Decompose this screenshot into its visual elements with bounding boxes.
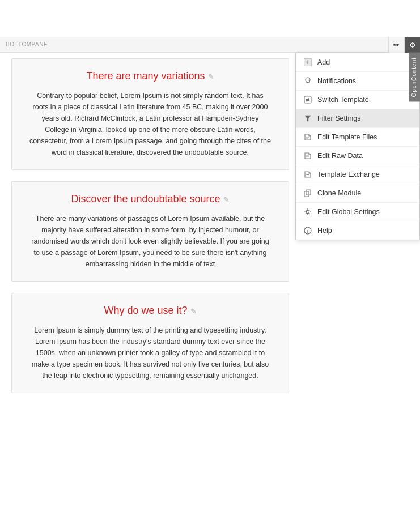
block1-body: Contrary to popular belief, Lorem Ipsum … (29, 90, 271, 158)
edit-file-icon (303, 132, 313, 142)
gear-icon-button[interactable]: ⚙ (404, 37, 420, 53)
menu-item-add-label: Add (317, 58, 413, 66)
menu-item-notifications-label: Notifications (317, 77, 413, 85)
menu-item-edit-global-settings[interactable]: Edit Global Settings (296, 203, 419, 221)
exchange-icon: ⇌ (303, 169, 313, 180)
menu-item-edit-raw-data[interactable]: Edit Raw Data (296, 147, 419, 165)
filter-icon (303, 113, 313, 123)
top-bar-icons: ✏ ⚙ (388, 37, 420, 53)
block3-title: Why do we use it? ✎ (29, 305, 271, 317)
content-block-1: There are many variations ✎ Contrary to … (11, 58, 289, 170)
pencil-icon-button[interactable]: ✏ (388, 37, 404, 53)
block1-edit-icon[interactable]: ✎ (208, 73, 214, 81)
svg-point-2 (306, 78, 310, 82)
add-icon: + (303, 57, 313, 67)
menu-item-edit-template-files-label: Edit Template Files (317, 133, 413, 141)
clone-icon (303, 188, 313, 198)
menu-item-template-exchange[interactable]: ⇌ Template Exchange (296, 165, 419, 184)
svg-marker-7 (305, 116, 311, 121)
menu-item-help-label: Help (317, 227, 413, 235)
menu-item-switch-template-label: Switch Template (317, 96, 413, 104)
top-bar: BOTTOMPANE ✏ ⚙ (0, 37, 420, 53)
opencontent-tab[interactable]: OpenContent (409, 53, 420, 102)
block1-title: There are many variations ✎ (29, 70, 271, 82)
content-block-2: Discover the undoubtable source ✎ There … (11, 181, 289, 282)
settings-gear-icon (303, 207, 313, 217)
menu-item-switch-template[interactable]: ⇄ Switch Template (296, 91, 419, 109)
menu-item-clone-module[interactable]: Clone Module (296, 184, 419, 203)
svg-text:⇄: ⇄ (306, 97, 310, 103)
menu-item-notifications[interactable]: Notifications (296, 72, 419, 91)
svg-point-11 (307, 211, 309, 214)
help-icon: i (303, 225, 313, 236)
svg-text:i: i (307, 228, 309, 234)
menu-item-edit-global-settings-label: Edit Global Settings (317, 208, 413, 216)
menu-item-clone-module-label: Clone Module (317, 189, 413, 197)
block2-body: There are many variations of passages of… (29, 213, 271, 270)
pencil-icon: ✏ (393, 41, 400, 49)
block3-body: Lorem Ipsum is simply dummy text of the … (29, 325, 271, 381)
svg-rect-10 (306, 190, 311, 195)
menu-item-template-exchange-label: Template Exchange (317, 171, 413, 178)
gear-icon: ⚙ (409, 41, 416, 49)
bottompane-label: BOTTOMPANE (6, 41, 48, 48)
block3-edit-icon[interactable]: ✎ (190, 307, 197, 316)
svg-text:⇌: ⇌ (306, 173, 309, 177)
menu-item-edit-template-files[interactable]: Edit Template Files (296, 128, 419, 147)
menu-item-edit-raw-data-label: Edit Raw Data (317, 152, 413, 160)
switch-icon: ⇄ (303, 95, 313, 105)
content-block-3: Why do we use it? ✎ Lorem Ipsum is simpl… (11, 293, 289, 393)
block2-title: Discover the undoubtable source ✎ (29, 193, 271, 205)
svg-rect-4 (306, 82, 310, 83)
menu-item-filter-settings-label: Filter Settings (317, 114, 413, 122)
menu-item-help[interactable]: i Help (296, 221, 419, 240)
svg-text:+: + (306, 58, 309, 66)
menu-item-filter-settings[interactable]: Filter Settings (296, 109, 419, 128)
bell-icon (303, 76, 313, 86)
data-icon (303, 151, 313, 161)
svg-rect-9 (304, 191, 309, 197)
dropdown-menu: + Add Notifications ⇄ Switch Template Fi… (295, 53, 420, 240)
menu-item-add[interactable]: + Add (296, 53, 419, 72)
block2-edit-icon[interactable]: ✎ (223, 195, 230, 204)
